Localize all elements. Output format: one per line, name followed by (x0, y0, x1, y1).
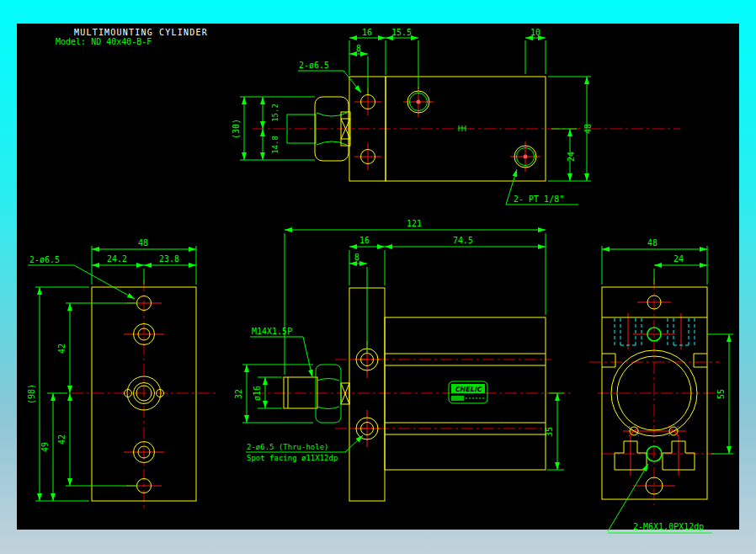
label-spot-facing: Spot facing ø11X12dp (247, 454, 338, 462)
dim-24: 24 (673, 254, 684, 264)
dim-10: 10 (530, 28, 540, 37)
dim-8: 8 (354, 253, 359, 262)
label-tapped-holes: 2-M6X1.0PX12dp (633, 522, 704, 531)
label-holes: 2-ø6.5 (299, 61, 329, 70)
dim-23-8: 23.8 (159, 254, 179, 264)
dim-8: 8 (356, 44, 361, 53)
dim-48: 48 (647, 238, 658, 248)
dim-42-lower: 42 (57, 434, 67, 445)
dim-24-2: 24.2 (107, 254, 127, 264)
dim-16: 16 (359, 236, 370, 245)
dim-15-2: 15.2 (271, 104, 280, 122)
cad-drawing-page: MULTIMOUNTING CYLINDER Model: ND 40x40-B… (0, 0, 756, 554)
dim-42-upper: 42 (57, 344, 67, 354)
dim-121: 121 (407, 219, 422, 228)
dim-55: 55 (716, 389, 726, 399)
dim-74-5: 74.5 (453, 236, 473, 245)
dim-24: 24 (567, 152, 576, 162)
logo-text: CHELIC (455, 386, 482, 393)
dim-rod-dia: ø16 (253, 386, 262, 401)
drawing-canvas: MULTIMOUNTING CYLINDER Model: ND 40x40-B… (0, 0, 756, 554)
dim-16: 16 (362, 28, 372, 37)
dim-15-5: 15.5 (391, 28, 412, 37)
drawing-model: Model: ND 40x40-B-F (56, 37, 152, 46)
label-holes: 2-ø6.5 (29, 255, 60, 264)
drawing-title: MULTIMOUNTING CYLINDER (74, 28, 208, 37)
dim-48: 48 (138, 238, 148, 248)
dim-98: (98) (27, 384, 36, 404)
label-ports: 2- PT 1/8" (514, 194, 564, 204)
dim-49: 49 (40, 442, 50, 452)
dim-32: 32 (234, 389, 243, 399)
label-thru-hole: 2-ø6.5 (Thru-hole) (247, 443, 329, 451)
dim-48: 48 (583, 124, 593, 134)
dim-35: 35 (545, 427, 554, 437)
label-thread: M14X1.5P (252, 327, 292, 336)
dim-30: (30) (232, 119, 241, 139)
dim-14-8: 14.8 (271, 136, 280, 154)
